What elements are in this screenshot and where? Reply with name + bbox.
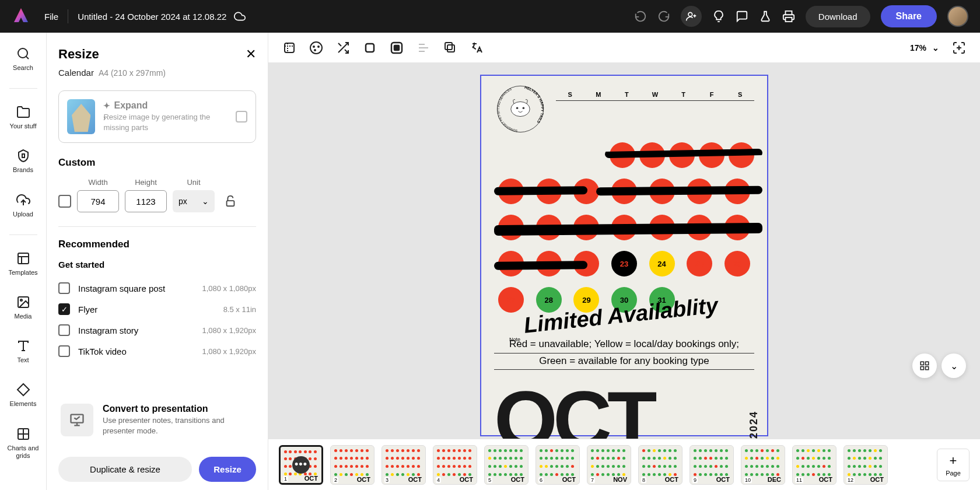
- page-thumbnail[interactable]: 8OCT: [638, 445, 682, 485]
- file-menu[interactable]: File: [44, 12, 58, 22]
- app-logo[interactable]: [12, 7, 30, 26]
- square-icon[interactable]: [363, 41, 377, 55]
- rail-elements[interactable]: Elements: [0, 380, 46, 410]
- square-filled-icon[interactable]: [390, 41, 404, 55]
- grid-view-icon[interactable]: [912, 354, 937, 378]
- rail-upload[interactable]: Upload: [0, 191, 46, 220]
- svg-point-11: [318, 46, 319, 47]
- rail-search[interactable]: Search: [0, 44, 46, 74]
- unlock-icon[interactable]: [224, 195, 237, 208]
- page-thumbnail[interactable]: 5OCT: [484, 445, 528, 485]
- svg-rect-6: [227, 201, 235, 206]
- checkbox[interactable]: [58, 282, 70, 294]
- year-display: 2024: [750, 411, 758, 439]
- align-icon[interactable]: [416, 41, 430, 55]
- convert-card[interactable]: Convert to presentation Use presenter no…: [55, 396, 260, 444]
- svg-point-0: [688, 12, 692, 16]
- panel-title: Resize: [58, 47, 99, 62]
- comment-icon[interactable]: [736, 10, 748, 23]
- size-option[interactable]: TikTok video1,080 x 1,920px: [58, 341, 256, 362]
- add-user-icon[interactable]: [681, 6, 702, 27]
- height-input[interactable]: [125, 190, 167, 212]
- page-thumbnail[interactable]: 7NOV: [587, 445, 631, 485]
- note-label: Note: [509, 337, 520, 342]
- redo-icon[interactable]: [657, 10, 670, 23]
- page-thumbnail[interactable]: 10DEC: [741, 445, 785, 485]
- fit-icon[interactable]: [952, 41, 966, 55]
- resize-button[interactable]: Resize: [199, 457, 256, 482]
- share-button[interactable]: Share: [881, 5, 937, 27]
- layers-icon[interactable]: [443, 41, 457, 55]
- expand-checkbox[interactable]: [236, 111, 247, 123]
- checkbox[interactable]: [58, 345, 70, 357]
- page-thumbnail[interactable]: 11OCT: [792, 445, 836, 485]
- svg-rect-8: [285, 43, 294, 52]
- user-avatar[interactable]: [947, 6, 968, 27]
- page-thumbnail[interactable]: 9OCT: [690, 445, 734, 485]
- beaker-icon[interactable]: [759, 10, 772, 23]
- add-page-button[interactable]: +Page: [937, 449, 970, 481]
- expand-title: ✦Expand: [103, 100, 228, 111]
- chevron-down-icon[interactable]: ⌄: [942, 354, 966, 378]
- size-option[interactable]: Instagram story1,080 x 1,920px: [58, 320, 256, 341]
- rail-templates[interactable]: Templates: [0, 249, 46, 279]
- rail-brands[interactable]: Brands: [0, 146, 46, 176]
- checkbox[interactable]: [58, 324, 70, 336]
- svg-point-9: [310, 42, 322, 54]
- rail-charts[interactable]: Charts and grids: [0, 425, 46, 462]
- download-button[interactable]: Download: [806, 6, 870, 27]
- chevron-right-icon: ›: [103, 113, 106, 123]
- close-icon[interactable]: ✕: [246, 47, 256, 62]
- get-started-heading: Get started: [58, 260, 256, 270]
- svg-rect-16: [447, 45, 454, 52]
- width-input[interactable]: [77, 190, 119, 212]
- size-option[interactable]: Flyer8.5 x 11in: [58, 299, 256, 320]
- shuffle-icon[interactable]: [336, 41, 350, 55]
- unit-select[interactable]: px⌄: [173, 190, 215, 212]
- palette-icon[interactable]: [309, 41, 323, 55]
- svg-rect-26: [921, 367, 923, 370]
- document-page[interactable]: HELYER'S HAPPY TAILSSOMERSET PET-SITTING…: [480, 75, 768, 436]
- page-filmstrip: 1OCT•••2OCT3OCT4OCT5OCT6OCT7NOV8OCT9OCT1…: [268, 439, 980, 490]
- page-thumbnail[interactable]: 12OCT: [844, 445, 888, 485]
- rail-text[interactable]: Text: [0, 337, 46, 366]
- svg-point-1: [18, 48, 27, 58]
- page-thumbnail[interactable]: 3OCT: [382, 445, 426, 485]
- canvas-area: 17%⌄ HELYER'S HAPPY TAILSSOMERSET PET-SI…: [268, 33, 980, 490]
- expand-thumbnail: [67, 99, 95, 134]
- svg-rect-2: [18, 253, 29, 264]
- recommended-heading: Recommended: [58, 239, 256, 250]
- zoom-control[interactable]: 17%⌄: [910, 43, 939, 52]
- size-option[interactable]: Instagram square post1,080 x 1,080px: [58, 278, 256, 299]
- svg-rect-25: [926, 362, 929, 365]
- page-thumbnail[interactable]: 1OCT•••: [279, 445, 323, 485]
- lightbulb-icon[interactable]: [712, 10, 725, 23]
- divider: [68, 9, 68, 23]
- panel-subtitle: CalendarA4 (210 x 297mm): [58, 68, 256, 78]
- document-title[interactable]: Untitled - 24 October 2024 at 12.08.22: [78, 12, 226, 22]
- rail-your-stuff[interactable]: Your stuff: [0, 103, 46, 132]
- duplicate-resize-button[interactable]: Duplicate & resize: [58, 457, 192, 482]
- svg-rect-17: [445, 43, 452, 50]
- print-icon[interactable]: [782, 10, 795, 23]
- topbar: File Untitled - 24 October 2024 at 12.08…: [0, 0, 980, 33]
- crop-icon[interactable]: [282, 41, 296, 55]
- svg-point-21: [511, 102, 530, 116]
- left-rail: Search Your stuff Brands Upload Template…: [0, 33, 47, 490]
- legend: Red = unavailable; Yellow = local/day bo…: [494, 337, 754, 370]
- rail-media[interactable]: Media: [0, 293, 46, 323]
- translate-icon[interactable]: [470, 41, 484, 55]
- resize-panel: Resize ✕ CalendarA4 (210 x 297mm) › ✦Exp…: [47, 33, 268, 490]
- undo-icon[interactable]: [634, 10, 647, 23]
- month-display: OCT 2024: [494, 387, 754, 439]
- page-thumbnail[interactable]: 4OCT: [433, 445, 477, 485]
- svg-point-22: [516, 107, 519, 109]
- page-thumbnail[interactable]: 2OCT: [330, 445, 374, 485]
- cloud-sync-icon[interactable]: [233, 10, 246, 23]
- checkbox[interactable]: [58, 303, 70, 315]
- svg-point-4: [20, 299, 22, 301]
- aspect-lock-checkbox[interactable]: [58, 195, 71, 208]
- page-thumbnail[interactable]: 6OCT: [536, 445, 580, 485]
- convert-title: Convert to presentation: [103, 404, 254, 414]
- expand-card[interactable]: › ✦Expand Resize image by generating the…: [58, 90, 256, 143]
